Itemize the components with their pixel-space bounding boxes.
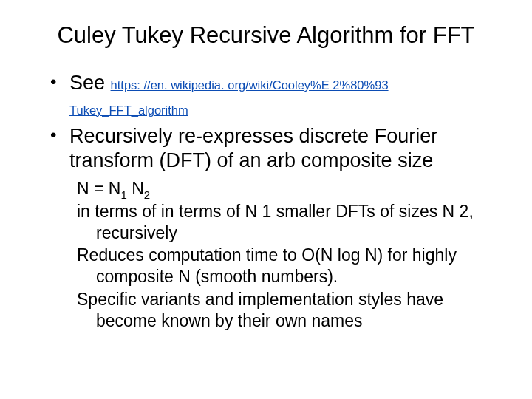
sub-bullet-block: N = N1 N2 in terms of in terms of N 1 sm…: [77, 178, 495, 331]
eq-mid: N: [127, 179, 144, 198]
slide-title: Culey Tukey Recursive Algorithm for FFT: [37, 22, 495, 49]
eq-sub2: 2: [144, 188, 150, 201]
sub-line-2: in terms of in terms of N 1 smaller DFTs…: [77, 201, 495, 244]
bullet-list: See https: //en. wikipedia. org/wiki/Coo…: [50, 71, 495, 174]
wikipedia-link[interactable]: https: //en. wikipedia. org/wiki/Cooley%…: [69, 78, 389, 117]
slide: Culey Tukey Recursive Algorithm for FFT …: [0, 0, 532, 399]
bullet-see: See https: //en. wikipedia. org/wiki/Coo…: [50, 71, 495, 121]
sub-equation: N = N1 N2: [77, 178, 495, 200]
sub-line-4: Specific variants and implementation sty…: [77, 289, 495, 332]
eq-sub1: 1: [120, 188, 126, 201]
eq-pre: N = N: [77, 179, 120, 198]
bullet-recursive: Recursively re-expresses discrete Fourie…: [50, 124, 495, 174]
sub-line-3: Reduces computation time to O(N log N) f…: [77, 245, 495, 287]
see-label: See: [69, 72, 111, 94]
